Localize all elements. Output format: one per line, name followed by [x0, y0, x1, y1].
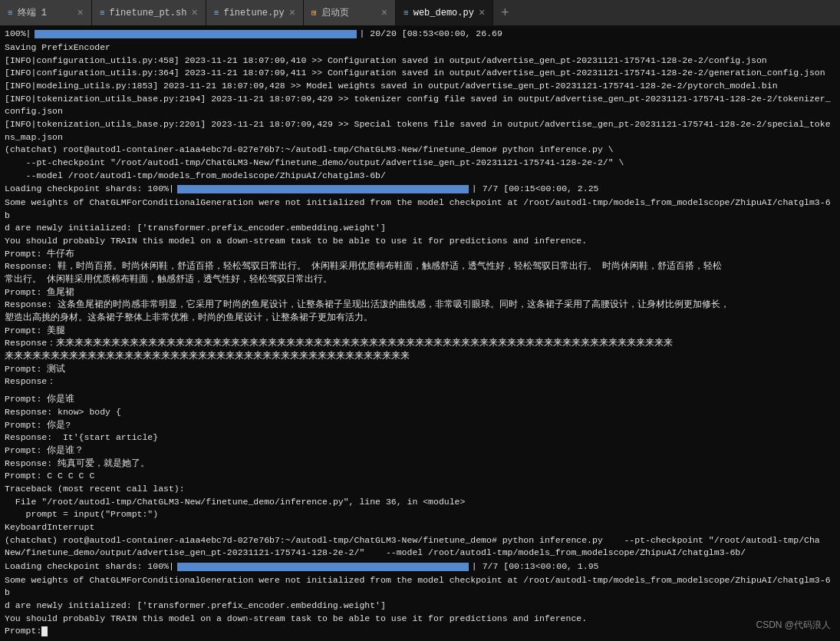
- terminal-line: Prompt: 你是谁？: [5, 444, 835, 458]
- terminal-line: KeyboardInterrupt: [5, 521, 835, 534]
- terminal-line: [INFO|modeling_utils.py:1853] 2023-11-21…: [5, 80, 835, 93]
- terminal-line: Response：: [5, 375, 835, 388]
- tab-close-web-demo[interactable]: ×: [479, 7, 485, 19]
- terminal-cursor[interactable]: [41, 626, 48, 636]
- progress-label: Loading checkpoint shards: 100%|: [5, 183, 174, 196]
- terminal-line: Response: 这条鱼尾裙的时尚感非常明显，它采用了时尚的鱼尾设计，让整条裙…: [5, 299, 835, 312]
- terminal-line: You should probably TRAIN this model on …: [5, 613, 835, 626]
- tab-label-finetune-sh: finetune_pt.sh: [110, 8, 187, 18]
- progress-line: Loading checkpoint shards: 100%|| 7/7 [0…: [5, 560, 835, 573]
- terminal-line: Response: 纯真可爱，就是她了。: [5, 458, 835, 471]
- tab-bar: ≡ 终端 1 × ≡ finetune_pt.sh × ≡ finetune.p…: [0, 0, 840, 26]
- terminal-line: 常出行。 休闲鞋采用优质棉布鞋面，触感舒适，透气性好，轻松驾驭日常出行。: [5, 273, 835, 286]
- tab-icon-startup: ⊞: [311, 8, 317, 18]
- tab-icon-finetune-sh: ≡: [100, 8, 105, 18]
- terminal-line: [INFO|configuration_utils.py:364] 2023-1…: [5, 67, 835, 80]
- progress-label: Loading checkpoint shards: 100%|: [5, 560, 174, 573]
- tab-web-demo[interactable]: ≡ web_demo.py ×: [396, 0, 493, 25]
- terminal-line: File "/root/autodl-tmp/ChatGLM3-New/fine…: [5, 496, 835, 509]
- terminal-line: Response：来来来来来来来来来来来来来来来来来来来来来来来来来来来来来来来…: [5, 337, 835, 350]
- tab-finetune-py[interactable]: ≡ finetune.py ×: [206, 0, 304, 25]
- terminal-line: (chatchat) root@autodl-container-a1aa4eb…: [5, 534, 835, 547]
- terminal-line: 来来来来来来来来来来来来来来来来来来来来来来来来来来来来来来来来来来来来来来来来…: [5, 350, 835, 363]
- terminal-line: 塑造出高挑的身材。这条裙子整体上非常优雅，时尚的鱼尾设计，让整条裙子更加有活力。: [5, 312, 835, 325]
- tab-icon-finetune-py: ≡: [214, 8, 219, 18]
- terminal-line: New/finetune_demo/output/advertise_gen_p…: [5, 547, 835, 560]
- terminal-line: Some weights of ChatGLMForConditionalGen…: [5, 574, 835, 600]
- progress-stats: | 7/7 [00:13<00:00, 1.95: [472, 560, 599, 573]
- tab-close-terminal1[interactable]: ×: [77, 7, 84, 19]
- terminal-line: Response: It'{start article}: [5, 431, 835, 444]
- tab-startup[interactable]: ⊞ 启动页 ×: [304, 0, 396, 25]
- tab-close-finetune-py[interactable]: ×: [289, 7, 295, 19]
- terminal-line: {'train_runtime': 533.8177, 'train_sampl…: [5, 26, 835, 27]
- tab-label-finetune-py: finetune.py: [223, 8, 284, 18]
- terminal-line: Prompt: 美腿: [5, 325, 835, 338]
- terminal-line: d are newly initialized: ['transformer.p…: [5, 222, 835, 235]
- tab-icon-terminal1: ≡: [8, 8, 13, 18]
- tab-label-web-demo: web_demo.py: [413, 8, 474, 18]
- terminal-line: (chatchat) root@autodl-container-a1aa4eb…: [5, 144, 835, 157]
- terminal-line: d are newly initialized: ['transformer.p…: [5, 600, 835, 613]
- terminal-line: Prompt: 鱼尾裙: [5, 286, 835, 299]
- terminal-line: Response: know> body {: [5, 406, 835, 419]
- terminal-line: Some weights of ChatGLMForConditionalGen…: [5, 197, 835, 222]
- tab-terminal1[interactable]: ≡ 终端 1 ×: [0, 0, 92, 25]
- watermark: CSDN @代码浪人: [756, 619, 831, 632]
- prompt-text: Prompt:: [5, 625, 41, 638]
- tab-icon-web-demo: ≡: [404, 8, 409, 18]
- tab-label-startup: 启动页: [321, 6, 349, 19]
- terminal-line: prompt = input("Prompt:"): [5, 508, 835, 521]
- terminal-line: You should probably TRAIN this model on …: [5, 235, 835, 248]
- tab-add-button[interactable]: +: [493, 0, 516, 25]
- tab-finetune-sh[interactable]: ≡ finetune_pt.sh ×: [92, 0, 206, 25]
- terminal-line: [INFO|tokenization_utils_base.py:2194] 2…: [5, 93, 835, 118]
- terminal-line: Prompt: 你是?: [5, 419, 835, 432]
- progress-stats: | 7/7 [00:15<00:00, 2.25: [472, 183, 599, 196]
- progress-line: 100%|| 20/20 [08:53<00:00, 26.69: [5, 28, 835, 41]
- terminal-line: Traceback (most recent call last):: [5, 483, 835, 496]
- progress-stats: | 20/20 [08:53<00:00, 26.69: [360, 28, 502, 41]
- terminal-line: --model /root/autodl-tmp/models_from_mod…: [5, 170, 835, 183]
- progress-label: 100%|: [5, 28, 31, 41]
- tab-label-terminal1: 终端 1: [18, 6, 47, 19]
- progress-line: Loading checkpoint shards: 100%|| 7/7 [0…: [5, 183, 835, 196]
- terminal-line: Prompt: 你是谁: [5, 393, 835, 406]
- tab-close-startup[interactable]: ×: [381, 7, 387, 19]
- terminal-line: [INFO|tokenization_utils_base.py:2201] 2…: [5, 118, 835, 144]
- terminal-output: Training completed. Do not forget to sha…: [0, 26, 840, 641]
- terminal-line: Saving PrefixEncoder: [5, 41, 835, 55]
- prompt-cursor-line: Prompt:: [5, 625, 835, 638]
- tab-close-finetune-sh[interactable]: ×: [191, 7, 197, 19]
- terminal-line: Response: 鞋，时尚百搭。时尚休闲鞋，舒适百搭，轻松驾驭日常出行。 休闲…: [5, 260, 835, 273]
- terminal-line: Prompt: C C C C C: [5, 470, 835, 483]
- terminal-line: Prompt: 牛仔布: [5, 248, 835, 261]
- terminal-line: --pt-checkpoint "/root/autodl-tmp/ChatGL…: [5, 157, 835, 170]
- terminal-line: [INFO|configuration_utils.py:458] 2023-1…: [5, 55, 835, 68]
- terminal-line: Prompt: 测试: [5, 363, 835, 376]
